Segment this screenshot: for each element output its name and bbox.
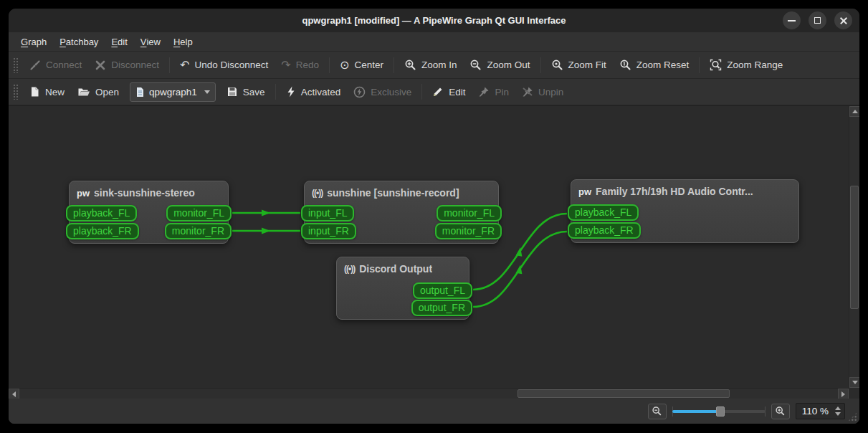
graph-canvas[interactable]: pw sink-sunshine-stereo playback_FL play…	[9, 105, 859, 399]
pin-icon	[478, 86, 490, 97]
port-output-fl[interactable]: output_FL	[413, 282, 472, 299]
activated-icon	[286, 86, 296, 97]
maximize-button[interactable]	[809, 11, 826, 29]
spin-down-icon	[835, 412, 841, 416]
minimize-button[interactable]	[783, 11, 801, 29]
resize-grip[interactable]	[848, 412, 857, 422]
arrow-right-icon	[841, 391, 845, 397]
edit-pencil-icon	[432, 86, 444, 97]
port-input-fr[interactable]: input_FR	[301, 223, 356, 239]
edit-button[interactable]: Edit	[426, 82, 472, 102]
wire-arrow	[262, 228, 270, 234]
unpin-icon	[522, 86, 533, 97]
zoom-range-icon	[710, 59, 722, 71]
open-button[interactable]: Open	[71, 82, 125, 102]
pin-button[interactable]: Pin	[472, 82, 515, 102]
statusbar-zoom-in-button[interactable]	[771, 404, 790, 419]
zoom-slider[interactable]	[672, 404, 766, 419]
menubar: Graph Patchbay Edit View Help	[9, 32, 859, 52]
menu-patchbay[interactable]: Patchbay	[53, 32, 105, 51]
horizontal-scrollbar-thumb[interactable]	[518, 389, 730, 398]
toolbar-grip-handle[interactable]	[13, 84, 19, 100]
zoom-fit-button[interactable]: Zoom Fit	[545, 55, 613, 75]
disconnect-button[interactable]: Disconnect	[88, 55, 166, 75]
node-title: sink-sunshine-stereo	[94, 187, 195, 199]
menu-edit[interactable]: Edit	[105, 32, 133, 51]
slider-handle[interactable]	[716, 406, 725, 417]
port-monitor-fr[interactable]: monitor_FR	[435, 223, 502, 239]
zoom-reset-button[interactable]: Zoom Reset	[613, 55, 696, 75]
vertical-scrollbar-thumb[interactable]	[850, 186, 859, 309]
arrow-down-icon	[852, 381, 858, 384]
new-button[interactable]: New	[23, 82, 71, 102]
new-file-icon	[29, 86, 40, 97]
statusbar-zoom-out-button[interactable]	[648, 404, 667, 419]
save-icon	[226, 86, 238, 97]
spinbox-arrows[interactable]	[833, 405, 843, 417]
patchbay-select[interactable]: qpwgraph1	[130, 82, 216, 102]
node-title: Discord Output	[359, 263, 432, 275]
window-controls	[783, 11, 852, 29]
redo-button[interactable]: ↷ Redo	[275, 55, 325, 75]
patchbay-file-icon	[135, 87, 145, 97]
undo-disconnect-button[interactable]: ↶ Undo Disconnect	[173, 55, 275, 75]
menu-help[interactable]: Help	[167, 32, 199, 51]
port-monitor-fl[interactable]: monitor_FL	[166, 205, 232, 222]
scroll-down-button[interactable]	[849, 377, 859, 388]
pipewire-icon: pw	[578, 186, 591, 197]
window-title: qpwgraph1 [modified] — A PipeWire Graph …	[302, 15, 566, 26]
port-monitor-fl[interactable]: monitor_FL	[437, 205, 502, 222]
toolbar-grip-handle[interactable]	[13, 57, 19, 73]
zoom-range-button[interactable]: Zoom Range	[703, 55, 789, 75]
zoom-out-icon	[652, 406, 662, 417]
exclusive-button[interactable]: Exclusive	[347, 82, 418, 102]
scroll-right-button[interactable]	[838, 389, 849, 399]
port-playback-fr[interactable]: playback_FR	[66, 223, 139, 239]
port-input-fl[interactable]: input_FL	[301, 205, 354, 222]
zoom-in-icon	[404, 59, 416, 71]
chevron-down-icon	[204, 90, 210, 94]
center-icon: ⊙	[340, 60, 349, 71]
scroll-left-button[interactable]	[9, 389, 19, 399]
scroll-up-button[interactable]	[849, 106, 859, 117]
graph-viewport[interactable]: pw sink-sunshine-stereo playback_FL play…	[9, 106, 849, 388]
toolbar-separator	[169, 57, 170, 73]
port-playback-fl[interactable]: playback_FL	[66, 205, 137, 222]
toolbar-separator	[275, 84, 276, 100]
maximize-icon	[814, 17, 821, 24]
menu-graph[interactable]: Graph	[14, 32, 53, 51]
undo-icon: ↶	[180, 60, 189, 71]
port-playback-fl[interactable]: playback_FL	[568, 204, 639, 221]
connect-button[interactable]: Connect	[23, 55, 88, 75]
titlebar[interactable]: qpwgraph1 [modified] — A PipeWire Graph …	[9, 9, 859, 32]
connection-layer	[9, 106, 849, 388]
menu-view[interactable]: View	[134, 32, 167, 51]
minimize-icon	[788, 20, 796, 22]
node-family-hd-audio[interactable]: pw Family 17h/19h HD Audio Contr... play…	[571, 179, 799, 243]
activated-button[interactable]: Activated	[280, 82, 348, 102]
center-button[interactable]: ⊙ Center	[333, 55, 390, 75]
zoom-in-button[interactable]: Zoom In	[398, 55, 464, 75]
node-sunshine-record[interactable]: ((•)) sunshine [sunshine-record] input_F…	[304, 181, 499, 244]
node-sink-sunshine-stereo[interactable]: pw sink-sunshine-stereo playback_FL play…	[69, 181, 229, 244]
port-playback-fr[interactable]: playback_FR	[568, 222, 641, 239]
node-title: Family 17h/19h HD Audio Contr...	[596, 186, 753, 197]
pipewire-icon: pw	[77, 188, 90, 199]
unpin-button[interactable]: Unpin	[515, 82, 570, 102]
slider-fill	[672, 410, 721, 413]
toolbar-separator	[540, 57, 541, 73]
zoom-out-icon	[469, 59, 482, 71]
stream-icon: ((•))	[344, 264, 355, 274]
app-window: qpwgraph1 [modified] — A PipeWire Graph …	[9, 9, 859, 424]
save-button[interactable]: Save	[220, 82, 272, 102]
vertical-scrollbar[interactable]	[849, 106, 859, 388]
port-output-fr[interactable]: output_FR	[411, 300, 472, 316]
zoom-out-button[interactable]: Zoom Out	[463, 55, 536, 75]
node-discord-output[interactable]: ((•)) Discord Output output_FL output_FR	[336, 257, 469, 320]
horizontal-scrollbar[interactable]	[9, 388, 849, 399]
wire-arrow	[262, 210, 270, 217]
port-monitor-fr[interactable]: monitor_FR	[165, 223, 232, 239]
disconnect-icon	[95, 60, 106, 71]
zoom-percent-spinbox[interactable]: 110 %	[796, 403, 845, 419]
close-button[interactable]	[834, 11, 852, 29]
